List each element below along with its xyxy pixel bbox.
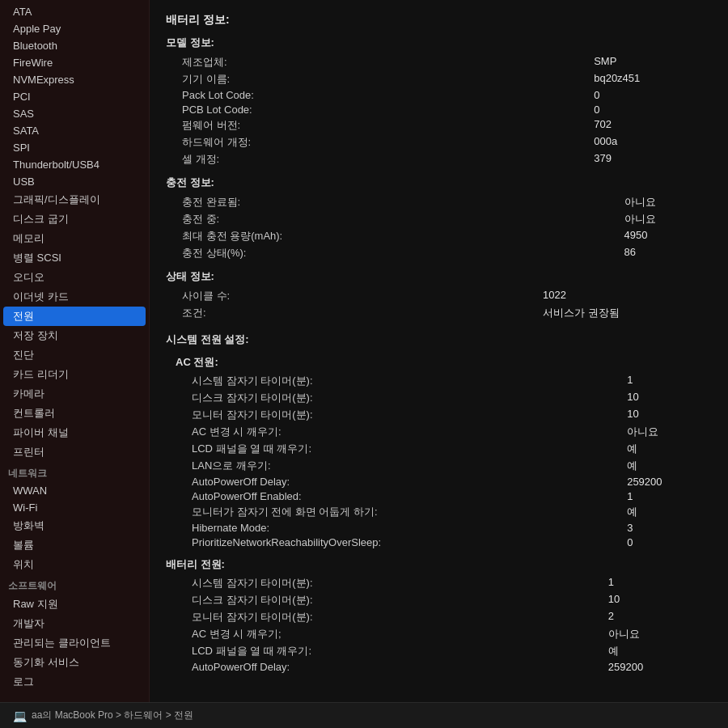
info-table: 사이클 수:1022조건:서비스가 권장됨: [179, 287, 725, 321]
field-value: 10: [624, 406, 712, 423]
info-table: 제조업체:SMP기기 이름:bq20z451Pack Lot Code:0PCB…: [179, 53, 725, 167]
sidebar-item-controller[interactable]: 컨트롤러: [0, 404, 149, 423]
table-row: 셀 개정:379: [179, 150, 725, 167]
field-label: 모니터가 잠자기 전에 화면 어둡게 하기:: [188, 503, 624, 520]
field-value: 아니요: [605, 625, 712, 642]
sidebar-item-sync-services[interactable]: 동기화 서비스: [0, 653, 149, 672]
sidebar-item-camera[interactable]: 카메라: [0, 384, 149, 404]
table-row: 충전 완료됨:아니요: [179, 193, 725, 210]
breadcrumb: aa의 MacBook Pro > 하드웨어 > 전원: [32, 709, 193, 722]
sidebar-item-raw-support[interactable]: Raw 지원: [0, 595, 149, 614]
field-value: 10: [605, 591, 712, 608]
model-section-title: 모델 정보:: [166, 36, 712, 50]
table-row: 충전 중:아니요: [179, 210, 725, 227]
field-value: 000a: [590, 133, 725, 150]
field-label: 제조업체:: [179, 53, 590, 70]
sidebar-item-thunderbolt-usb4[interactable]: Thunderbolt/USB4: [0, 156, 149, 173]
sidebar-item-log[interactable]: 로그: [0, 672, 149, 692]
sidebar-item-sas[interactable]: SAS: [0, 105, 149, 122]
sidebar-item-ata[interactable]: ATA: [0, 3, 149, 20]
table-row: 하드웨어 개정:000a: [179, 133, 725, 150]
sidebar-item-parallel-scsi[interactable]: 병렬 SCSI: [0, 248, 149, 268]
sidebar-item-developer[interactable]: 개발자: [0, 614, 149, 633]
table-row: PrioritizeNetworkReachabilityOverSleep:0: [188, 535, 712, 549]
charging-section-title: 충전 정보:: [166, 176, 712, 190]
field-label: 최대 충전 용량(mAh):: [179, 227, 621, 244]
field-value: 259200: [624, 474, 712, 489]
system-power-title: 시스템 전원 설정:: [166, 332, 712, 347]
sidebar-item-wifi[interactable]: Wi-Fi: [0, 499, 149, 516]
table-row: AutoPowerOff Enabled:1: [188, 489, 712, 503]
main-title: 배터리 정보:: [166, 13, 712, 28]
sidebar-item-volume[interactable]: 볼륨: [0, 535, 149, 555]
field-value: 아니요: [624, 423, 712, 440]
field-value: 예: [605, 642, 712, 659]
field-value: 0: [590, 102, 725, 116]
sidebar-software-label: 소프트웨어: [0, 574, 149, 595]
sidebar-item-storage[interactable]: 저장 장치: [0, 326, 149, 345]
table-row: AC 변경 시 깨우기:아니요: [188, 423, 712, 440]
sidebar-item-apple-pay[interactable]: Apple Pay: [0, 20, 149, 37]
sidebar-item-wwan[interactable]: WWAN: [0, 482, 149, 499]
field-value: 86: [621, 244, 725, 261]
field-value: 예: [624, 440, 712, 457]
field-value: 4950: [621, 227, 725, 244]
field-label: 하드웨어 개정:: [179, 133, 590, 150]
info-table: 시스템 잠자기 타이머(분):1디스크 잠자기 타이머(분):10모니터 잠자기…: [188, 372, 712, 549]
sidebar-item-firewall[interactable]: 방화벽: [0, 516, 149, 535]
table-row: LCD 패널을 열 때 깨우기:예: [188, 642, 712, 659]
table-row: PCB Lot Code:0: [179, 102, 725, 116]
sidebar-item-power[interactable]: 전원: [3, 307, 146, 326]
field-label: 기기 이름:: [179, 70, 590, 87]
sidebar-item-sata[interactable]: SATA: [0, 122, 149, 139]
field-value: 10: [624, 389, 712, 406]
field-value: 3: [624, 520, 712, 535]
battery-power-title: 배터리 전원:: [166, 557, 712, 572]
info-table: 충전 완료됨:아니요충전 중:아니요최대 충전 용량(mAh):4950충전 상…: [179, 193, 725, 261]
field-value: 702: [590, 116, 725, 133]
detail-panel: 배터리 정보:모델 정보:제조업체:SMP기기 이름:bq20z451Pack …: [150, 0, 728, 702]
sidebar-item-ethernet-card[interactable]: 이더넷 카드: [0, 287, 149, 307]
table-row: 조건:서비스가 권장됨: [179, 304, 725, 321]
table-row: Hibernate Mode:3: [188, 520, 712, 535]
sidebar-item-pci[interactable]: PCI: [0, 88, 149, 105]
sidebar-item-managed-client[interactable]: 관리되는 클라이언트: [0, 633, 149, 653]
sidebar-item-memory[interactable]: 메모리: [0, 229, 149, 248]
field-value: 259200: [605, 659, 712, 674]
sidebar-item-disk-burning[interactable]: 디스크 굽기: [0, 210, 149, 229]
field-value: 1: [624, 489, 712, 503]
sidebar-item-usb[interactable]: USB: [0, 173, 149, 190]
field-value: 아니요: [621, 193, 725, 210]
field-label: 모니터 잠자기 타이머(분):: [188, 406, 624, 423]
sidebar-item-graphics-display[interactable]: 그래픽/디스플레이: [0, 190, 149, 210]
sidebar-item-fiber-channel[interactable]: 파이버 채널: [0, 423, 149, 442]
sidebar-software-section: 소프트웨어Raw 지원개발자관리되는 클라이언트동기화 서비스로그: [0, 574, 149, 692]
sidebar-item-printer[interactable]: 프린터: [0, 442, 149, 462]
sidebar-item-nvmexpress[interactable]: NVMExpress: [0, 71, 149, 88]
sidebar-item-spi[interactable]: SPI: [0, 139, 149, 156]
field-label: 시스템 잠자기 타이머(분):: [188, 372, 624, 389]
field-label: 충전 완료됨:: [179, 193, 621, 210]
field-value: SMP: [590, 53, 725, 70]
field-value: 1: [605, 574, 712, 591]
table-row: 사이클 수:1022: [179, 287, 725, 304]
table-row: AutoPowerOff Delay:259200: [188, 474, 712, 489]
field-value: 1022: [540, 287, 725, 304]
field-label: 디스크 잠자기 타이머(분):: [188, 389, 624, 406]
sidebar-item-bluetooth[interactable]: Bluetooth: [0, 37, 149, 54]
field-label: 디스크 잠자기 타이머(분):: [188, 591, 605, 608]
sidebar-item-audio[interactable]: 오디오: [0, 268, 149, 287]
status-section-title: 상태 정보:: [166, 269, 712, 284]
table-row: 모니터 잠자기 타이머(분):2: [188, 608, 712, 625]
sidebar-top-items: ATAApple PayBluetoothFireWireNVMExpressP…: [0, 3, 149, 462]
sidebar-item-diagnostics[interactable]: 진단: [0, 345, 149, 365]
field-label: Hibernate Mode:: [188, 520, 624, 535]
sidebar-item-location[interactable]: 위치: [0, 555, 149, 574]
field-label: AutoPowerOff Delay:: [188, 474, 624, 489]
field-value: 서비스가 권장됨: [540, 304, 725, 321]
sidebar-item-card-reader[interactable]: 카드 리더기: [0, 365, 149, 384]
ac-power-title: AC 전원:: [176, 355, 712, 370]
table-row: AutoPowerOff Delay:259200: [188, 659, 712, 674]
sidebar-item-firewire[interactable]: FireWire: [0, 54, 149, 71]
field-label: 충전 상태(%):: [179, 244, 621, 261]
